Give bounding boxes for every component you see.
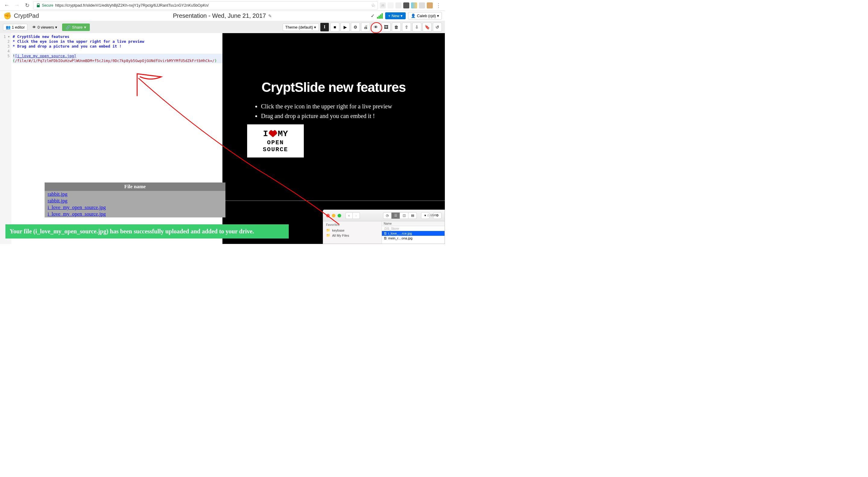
toast-message: Your file (i_love_my_open_source.jpg) ha… <box>10 228 254 235</box>
file-table-header: File name <box>44 182 225 191</box>
share-icon: 🔗 <box>66 25 70 30</box>
signal-icon <box>377 13 383 19</box>
ext-icon[interactable] <box>388 2 394 8</box>
file-link[interactable]: i_love_my_open_source.jpg <box>48 211 106 217</box>
slide-bullet: Drag and drop a picture and you can embe… <box>261 112 427 120</box>
icon-view-button[interactable]: ◷ <box>383 212 392 219</box>
bookmark-star-icon[interactable]: ☆ <box>371 2 375 8</box>
finder-sidebar: Favorites 📁keybase 📁All My Files <box>323 222 382 244</box>
theme-select[interactable]: Theme (default) ▾ <box>283 24 319 31</box>
finder-file-list[interactable]: Name .DS_Store 🖻i_love_…rce.jpg 🖻mein_r…… <box>382 222 444 244</box>
list-item[interactable]: 🖻i_love_…rce.jpg <box>382 231 444 236</box>
sidebar-item[interactable]: 📁keybase <box>326 228 378 233</box>
new-button[interactable]: + New▾ <box>385 12 406 19</box>
text-cursor-icon[interactable]: I <box>320 23 329 32</box>
print-icon[interactable]: 🖨 <box>361 23 370 32</box>
saved-check-icon: ✓ <box>371 13 375 19</box>
line-gutter: 1 ▼ 2 3 4 5 <box>0 33 11 244</box>
image-icon[interactable]: 🖼 <box>381 23 391 32</box>
column-view-button[interactable]: ◫ <box>400 212 408 219</box>
table-row: i_love_my_open_source.jpg <box>44 204 225 211</box>
viewers-badge[interactable]: 👁 0 viewers ▾ <box>30 24 60 30</box>
settings-gear-icon[interactable]: ⚙ <box>351 23 360 32</box>
list-item[interactable]: .DS_Store <box>382 226 444 231</box>
heart-icon <box>269 130 278 138</box>
file-size-column: 1 1 6 6 <box>226 189 229 216</box>
browser-chrome: ← → ↻ Secure https://cryptpad.fr/slide/#… <box>0 0 445 11</box>
home-icon: ⌂ use <box>427 213 436 217</box>
slide-bullet: Click the eye icon in the upper right fo… <box>261 102 427 110</box>
pencil-icon[interactable]: ✎ <box>268 13 272 19</box>
ext-icon[interactable] <box>419 2 425 8</box>
upload-success-toast: Your file (i_love_my_open_source.jpg) ha… <box>5 224 289 238</box>
history-icon[interactable]: ↺ <box>433 23 442 32</box>
eye-icon: 👁 <box>32 25 36 30</box>
file-link[interactable]: i_love_my_open_source.jpg <box>48 204 106 210</box>
slide-content: CryptSlide new features Click the eye ic… <box>235 80 433 158</box>
list-item[interactable]: 🖻mein_r…ona.jpg <box>382 236 444 241</box>
traffic-lights[interactable] <box>326 214 341 217</box>
bookmark-icon[interactable]: 🔖 <box>423 23 432 32</box>
url-bar[interactable]: Secure https://cryptpad.fr/slide/#/1/edi… <box>33 1 378 10</box>
editors-count: 1 editor <box>12 25 25 30</box>
image-file-icon: 🖻 <box>384 232 387 235</box>
reload-button[interactable]: ↻ <box>23 1 31 10</box>
lock-icon <box>36 3 41 8</box>
finder-window[interactable]: ‹ › ◷ ☰ ◫ ▤ ▾ ⚙ ⌂ use Favorites 📁keybase… <box>323 210 445 244</box>
secure-badge: Secure <box>36 3 53 8</box>
file-link[interactable]: rabbit.jpg <box>48 191 67 197</box>
back-button[interactable]: ← <box>2 1 11 10</box>
gallery-view-button[interactable]: ▤ <box>408 212 417 219</box>
app-logo-icon: ✊ <box>3 12 11 20</box>
users-icon: 👥 <box>6 25 10 30</box>
minimize-icon[interactable] <box>332 214 336 217</box>
trash-icon[interactable]: 🗑 <box>392 23 401 32</box>
file-link[interactable]: rabbit.jpg <box>48 198 67 204</box>
folder-icon: 📁 <box>326 228 330 232</box>
table-row: i_love_my_open_source.jpg <box>44 211 225 217</box>
forward-button[interactable]: → <box>13 1 21 10</box>
extension-icons: JS ⋮ <box>380 2 442 9</box>
zoom-icon[interactable] <box>338 214 341 217</box>
sidebar-item[interactable]: 📁All My Files <box>326 233 378 238</box>
ext-icon[interactable] <box>411 2 417 8</box>
ext-icon[interactable] <box>403 2 409 8</box>
slide-divider <box>222 201 445 201</box>
secure-label: Secure <box>42 3 53 7</box>
editors-badge[interactable]: 👥 1 editor <box>3 24 27 31</box>
user-icon: 👤 <box>411 13 415 18</box>
preview-eye-icon[interactable]: 👁 <box>371 23 380 32</box>
share-button[interactable]: 🔗 Share ▾ <box>62 24 90 31</box>
stop-icon[interactable]: ■ <box>330 23 339 32</box>
file-upload-table: File name rabbit.jpg rabbit.jpg i_love_m… <box>44 182 225 217</box>
sidebar-section-header: Favorites <box>326 223 378 227</box>
folder-icon: 📁 <box>326 233 330 237</box>
user-menu-button[interactable]: 👤 Caleb (cjd) ▾ <box>408 12 442 20</box>
app-header: ✊ CryptPad Presentation - Wed, June 21, … <box>0 11 445 21</box>
ext-icon[interactable]: JS <box>380 2 386 8</box>
browser-menu-icon[interactable]: ⋮ <box>435 2 442 9</box>
upload-icon[interactable]: ⇧ <box>402 23 411 32</box>
toolbar: 👥 1 editor 👁 0 viewers ▾ 🔗 Share ▾ Theme… <box>0 21 445 33</box>
finder-titlebar[interactable]: ‹ › ◷ ☰ ◫ ▤ ▾ ⚙ ⌂ use <box>323 210 444 222</box>
list-column-header[interactable]: Name <box>382 222 444 226</box>
table-row: rabbit.jpg <box>44 191 225 198</box>
finder-back-button[interactable]: ‹ <box>345 212 352 219</box>
doc-title[interactable]: Presentation - Wed, June 21, 2017 ✎ <box>173 12 272 19</box>
list-view-button[interactable]: ☰ <box>392 212 400 219</box>
slide-heading: CryptSlide new features <box>235 80 433 95</box>
ext-icon[interactable] <box>427 2 433 8</box>
close-icon[interactable] <box>326 214 330 217</box>
url-text: https://cryptpad.fr/slide/#/1/edit/yhBjl… <box>55 3 209 7</box>
image-file-icon: 🖻 <box>384 236 387 240</box>
doc-title-text: Presentation - Wed, June 21, 2017 <box>173 12 266 19</box>
play-icon[interactable]: ▶ <box>341 23 350 32</box>
embedded-image: I MY OPEN SOURCE <box>247 124 304 158</box>
download-icon[interactable]: ⇩ <box>412 23 421 32</box>
app-name: CryptPad <box>14 12 39 19</box>
ext-icon[interactable] <box>396 2 401 8</box>
table-row: rabbit.jpg <box>44 198 225 204</box>
finder-forward-button[interactable]: › <box>352 212 360 219</box>
viewers-count: 0 viewers <box>37 25 54 30</box>
